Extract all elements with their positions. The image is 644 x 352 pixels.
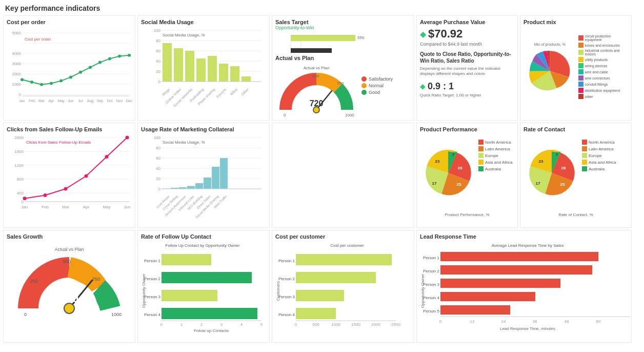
svg-text:Feb: Feb	[29, 99, 35, 103]
svg-text:0: 0	[22, 200, 24, 204]
svg-text:Follow Up Contact by Opportuni: Follow Up Contact by Opportunity Owner	[165, 243, 240, 248]
svg-text:500: 500	[63, 259, 71, 264]
svg-text:1500: 1500	[351, 322, 360, 327]
svg-text:23: 23	[539, 159, 544, 164]
svg-text:25: 25	[457, 182, 461, 187]
svg-text:Apr: Apr	[49, 99, 55, 103]
svg-text:48: 48	[565, 319, 569, 324]
svg-text:Jan: Jan	[19, 99, 25, 103]
actual-vs-plan-title: Actual vs Plan	[275, 55, 411, 61]
product-performance-chart: 28 25 17 23 7	[420, 134, 476, 211]
sales-growth-panel: Sales Growth Actual vs Plan	[3, 230, 135, 343]
svg-text:3000: 3000	[12, 62, 21, 66]
svg-text:Mar: Mar	[62, 205, 69, 209]
svg-text:Lead Response Time, minutes: Lead Response Time, minutes	[500, 326, 555, 331]
marketing-collateral-panel: Usage Rate of Marketing Collateral Socia…	[137, 123, 270, 228]
follow-up-contact-title: Rate of Follow Up Contact	[141, 233, 266, 240]
svg-text:1000: 1000	[111, 312, 122, 317]
cost-per-order-title: Cost per order	[7, 19, 132, 25]
svg-point-18	[59, 80, 63, 83]
svg-text:Person 4: Person 4	[423, 296, 440, 300]
svg-text:Social Media Usage, %: Social Media Usage, %	[163, 33, 205, 37]
cost-per-order-chart: 0 1000 2000 3000 4000 5000 Cost per orde…	[7, 25, 133, 115]
svg-text:Jun: Jun	[68, 99, 73, 103]
svg-rect-188	[296, 272, 376, 283]
svg-text:800: 800	[17, 177, 24, 182]
avg-purchase-value: $70.92	[428, 27, 462, 41]
svg-text:Oct: Oct	[107, 99, 113, 103]
social-media-title: Social Media Usage	[141, 19, 266, 25]
social-media-panel: Social Media Usage 0 20 40 60 80 100 Soc…	[137, 15, 270, 121]
svg-text:80: 80	[156, 146, 160, 150]
product-performance-legend: North America Latin America Europe Asia …	[478, 140, 512, 171]
avg-purchase-compare: Compared to $44.9 last month	[420, 42, 514, 47]
svg-text:0: 0	[160, 322, 163, 327]
svg-point-105	[85, 174, 88, 178]
rate-of-contact-panel: Rate of Contact 28 25 17 23 7 North Amer…	[520, 123, 632, 228]
clicks-email-title: Clicks from Sales Follow-Up Emails	[7, 126, 132, 132]
svg-rect-70	[291, 42, 301, 48]
svg-text:Opportunity Owner: Opportunity Owner	[420, 273, 425, 308]
svg-text:Cost per order: Cost per order	[25, 37, 51, 42]
svg-point-158	[64, 303, 74, 314]
svg-text:Nov: Nov	[116, 99, 123, 103]
svg-point-14	[21, 78, 24, 81]
svg-rect-209	[440, 292, 535, 301]
svg-text:24: 24	[501, 319, 506, 324]
svg-text:720: 720	[310, 99, 324, 108]
svg-text:May: May	[103, 205, 110, 209]
svg-text:Person 1: Person 1	[144, 259, 161, 263]
cost-per-customer-panel: Cost per customer Cost per customer Cust…	[272, 230, 414, 343]
svg-text:Person 2: Person 2	[144, 277, 161, 281]
product-mix-chart: Mix of products, %	[524, 25, 576, 107]
rate-of-contact-chart: 28 25 17 23 7	[524, 134, 580, 211]
svg-text:Person 4: Person 4	[144, 312, 161, 317]
svg-text:Actual vs Plan: Actual vs Plan	[54, 247, 84, 252]
svg-point-16	[40, 83, 43, 86]
svg-text:Mar: Mar	[38, 99, 45, 103]
svg-text:0: 0	[439, 319, 442, 324]
svg-rect-53	[174, 48, 183, 82]
svg-text:100: 100	[154, 28, 161, 33]
svg-text:Average Lead Response Time by : Average Lead Response Time by Sales	[492, 243, 564, 248]
svg-text:Apr: Apr	[83, 205, 90, 209]
svg-rect-170	[162, 272, 252, 283]
svg-text:1200: 1200	[14, 163, 24, 168]
svg-text:Clicks from Sales Follow-Up Em: Clicks from Sales Follow-Up Emails	[26, 140, 91, 145]
clicks-email-panel: Clicks from Sales Follow-Up Emails 0 400…	[3, 123, 135, 228]
svg-point-107	[126, 136, 129, 140]
svg-rect-55	[196, 58, 206, 82]
svg-text:750: 750	[337, 81, 344, 86]
svg-text:2500: 2500	[391, 322, 400, 327]
svg-text:Person 2: Person 2	[423, 269, 440, 273]
svg-text:1600: 1600	[14, 149, 24, 154]
product-performance-panel: Product Performance 28	[416, 123, 518, 228]
lead-response-title: Lead Response Time	[420, 233, 628, 240]
sales-target-bars: 550 0 250 500 750 1000	[275, 32, 411, 53]
svg-rect-211	[440, 305, 510, 315]
svg-text:5: 5	[260, 322, 263, 327]
svg-text:Blogs: Blogs	[162, 87, 171, 96]
svg-text:Person 3: Person 3	[144, 295, 161, 299]
svg-point-15	[30, 81, 33, 84]
svg-text:Wikis: Wikis	[230, 87, 238, 96]
ratio-target: Quick Ratio Target: 1.00 or higher	[420, 93, 514, 97]
svg-rect-203	[440, 252, 598, 261]
svg-text:2: 2	[200, 322, 203, 327]
product-performance-title: Product Performance	[420, 126, 514, 132]
svg-text:1: 1	[180, 322, 183, 327]
svg-rect-59	[242, 76, 251, 82]
svg-text:Follow up Contacts: Follow up Contacts	[194, 328, 229, 333]
svg-text:Sep: Sep	[97, 99, 104, 103]
svg-text:Other: Other	[240, 87, 250, 96]
svg-text:Aug: Aug	[87, 99, 94, 103]
svg-text:750: 750	[92, 277, 100, 282]
svg-point-17	[50, 82, 53, 85]
svg-rect-56	[208, 56, 217, 82]
avg-purchase-title: Average Purchase Value	[420, 19, 514, 25]
svg-rect-192	[296, 308, 336, 319]
svg-rect-52	[163, 43, 172, 82]
svg-text:2000: 2000	[14, 135, 24, 140]
svg-text:17: 17	[432, 181, 437, 186]
svg-text:28: 28	[561, 166, 566, 170]
